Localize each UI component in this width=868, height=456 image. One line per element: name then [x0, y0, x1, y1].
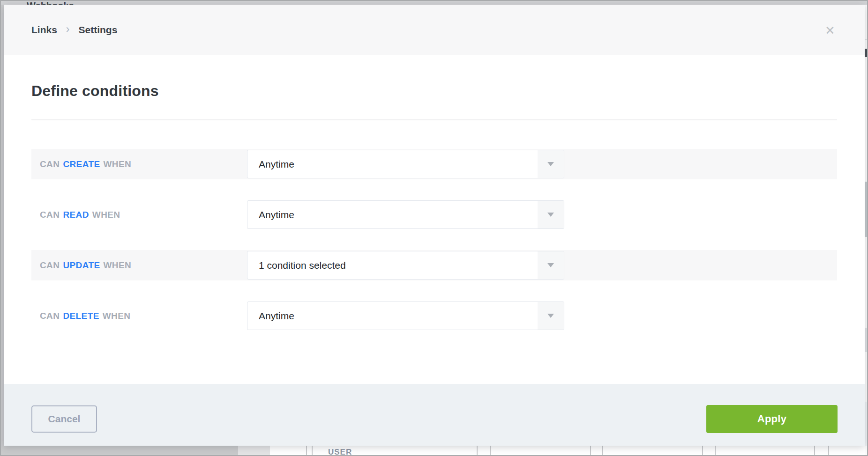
breadcrumb-settings: Settings [79, 24, 118, 36]
breadcrumb: Links › Settings [31, 5, 117, 55]
modal-footer: Cancel Apply [4, 384, 865, 446]
select-value: Anytime [259, 302, 294, 330]
table-column-divider [477, 446, 478, 456]
label-action-create: CREATE [63, 159, 100, 169]
condition-row-read: CAN READ WHEN Anytime [31, 199, 837, 230]
modal-header: Links › Settings ✕ [4, 5, 865, 55]
label-suffix: WHEN [103, 159, 131, 169]
label-prefix: CAN [40, 260, 60, 271]
label-action-delete: DELETE [63, 311, 99, 321]
label-action-update: UPDATE [63, 260, 100, 271]
background-table-cell [0, 446, 238, 456]
label-suffix: WHEN [103, 260, 131, 271]
cancel-button[interactable]: Cancel [31, 405, 97, 433]
close-icon: ✕ [825, 23, 835, 38]
condition-label: CAN DELETE WHEN [40, 301, 130, 331]
select-caret-zone [538, 302, 564, 330]
chevron-down-icon [547, 263, 554, 267]
close-button[interactable]: ✕ [821, 22, 839, 39]
condition-row-update: CAN UPDATE WHEN 1 condition selected [31, 250, 837, 280]
select-caret-zone [538, 150, 564, 178]
condition-label: CAN UPDATE WHEN [40, 250, 131, 280]
update-condition-select[interactable]: 1 condition selected [247, 251, 564, 279]
select-value: Anytime [259, 150, 294, 178]
select-value: Anytime [259, 201, 294, 228]
select-value: 1 condition selected [259, 251, 346, 279]
read-condition-select[interactable]: Anytime [247, 200, 564, 229]
table-column-divider [602, 446, 603, 456]
condition-label: CAN READ WHEN [40, 199, 120, 230]
background-top-strip: Webhooks [0, 0, 868, 5]
label-prefix: CAN [40, 210, 60, 220]
table-column-divider [828, 446, 829, 456]
delete-condition-select[interactable]: Anytime [247, 302, 564, 330]
page-title: Define conditions [31, 82, 159, 100]
table-column-divider [702, 446, 703, 456]
settings-modal: Links › Settings ✕ Define conditions CAN… [4, 5, 865, 446]
select-caret-zone [538, 251, 564, 279]
table-column-divider [590, 446, 591, 456]
background-divider [865, 39, 868, 40]
table-column-divider [306, 446, 307, 456]
table-column-divider [490, 446, 491, 456]
label-prefix: CAN [40, 159, 60, 169]
background-user-column-header: USER [328, 448, 352, 456]
select-caret-zone [538, 201, 564, 228]
screen: { "modal": { "breadcrumb": { "item1": "L… [0, 0, 868, 456]
chevron-down-icon [547, 314, 554, 318]
title-divider [31, 119, 837, 120]
table-column-divider [814, 446, 815, 456]
background-right-segment [865, 328, 868, 352]
scrollbar-thumb[interactable] [865, 182, 868, 237]
background-right-footer [865, 402, 868, 446]
chevron-right-icon: › [63, 23, 73, 37]
apply-button[interactable]: Apply [706, 405, 838, 433]
label-prefix: CAN [40, 311, 60, 321]
table-column-divider [312, 446, 313, 456]
label-action-read: READ [63, 210, 89, 220]
background-text-fragment [865, 49, 867, 57]
background-table-cell [238, 446, 270, 456]
create-condition-select[interactable]: Anytime [247, 150, 564, 178]
table-column-divider [715, 446, 716, 456]
breadcrumb-links[interactable]: Links [31, 24, 57, 36]
background-table-strip: USER [0, 446, 868, 456]
background-page-title: Webhooks [27, 0, 74, 5]
chevron-down-icon [547, 213, 554, 217]
background-right-top [865, 0, 868, 5]
condition-row-delete: CAN DELETE WHEN Anytime [31, 301, 837, 331]
label-suffix: WHEN [103, 311, 131, 321]
condition-row-create: CAN CREATE WHEN Anytime [31, 149, 837, 179]
label-suffix: WHEN [92, 210, 120, 220]
chevron-down-icon [547, 162, 554, 166]
condition-label: CAN CREATE WHEN [40, 149, 131, 179]
background-right-strip [865, 0, 868, 456]
